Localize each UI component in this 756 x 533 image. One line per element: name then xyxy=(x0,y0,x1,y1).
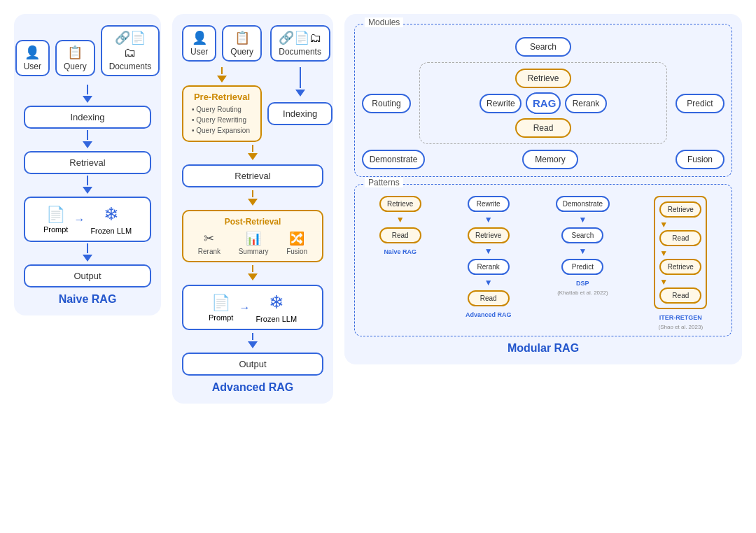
naive-llm-row: 📄 Prompt → ❄ Frozen LLM xyxy=(24,197,151,242)
dsp-arrow-2: ▼ xyxy=(578,246,587,256)
rewrite-label: Rewrite xyxy=(486,99,515,108)
naive-output-box: Output xyxy=(24,264,151,287)
adv-post-icons: ✂ Rerank 📊 Summary 🔀 Fusion xyxy=(189,231,316,255)
arrow-head xyxy=(217,76,227,83)
modules-top-row: Search xyxy=(362,37,724,57)
arrow-line xyxy=(87,176,88,185)
adv-retrieval-box: Retrieval xyxy=(182,164,323,187)
predict-module: Predict xyxy=(676,94,724,113)
adv-docs-icon: 🔗📄🗂 xyxy=(279,30,322,45)
query-icon: 📋 xyxy=(67,45,83,60)
dsp-predict-label: Predict xyxy=(572,263,594,271)
arrow-head xyxy=(248,153,258,160)
rag-middle-row: Rewrite RAG Rerank xyxy=(479,92,607,114)
advanced-rag-panel: 👤 User 📋 Query Pre-Retrieval • Query Rou… xyxy=(172,14,333,404)
predict-label: Predict xyxy=(687,99,713,108)
naive-read-label: Read xyxy=(392,232,409,239)
retrieve-module: Retrieve xyxy=(515,69,571,88)
patterns-label: Patterns xyxy=(365,178,403,187)
iter-sublabel: (Shao et al. 2023) xyxy=(658,324,703,330)
demonstrate-label: Demonstrate xyxy=(370,155,418,164)
iter-retrieve2-box: Retrieve xyxy=(659,259,701,275)
adv-frozen-llm-label: Frozen LLM xyxy=(255,315,297,323)
arrow-head xyxy=(248,273,258,280)
dsp-arrow-1: ▼ xyxy=(578,215,587,225)
adv-snowflake-icon: ❄ xyxy=(269,292,284,313)
adv-p-retrieve-box: Retrieve xyxy=(468,227,510,243)
adv-user-box: 👤 User xyxy=(182,25,216,62)
prompt-icon: 📄 xyxy=(46,206,65,224)
demonstrate-module: Demonstrate xyxy=(362,150,425,169)
routing-label: Routing xyxy=(372,99,400,108)
user-icon: 👤 xyxy=(24,45,40,60)
adv-summary-item: 📊 Summary xyxy=(239,231,269,255)
adv-input-split: 👤 User 📋 Query Pre-Retrieval • Query Rou… xyxy=(182,25,323,142)
search-module: Search xyxy=(515,37,571,57)
iter-arrow-3: ▼ xyxy=(659,277,668,287)
adv-output-label: Output xyxy=(239,359,266,369)
adv-retrieval-label: Retrieval xyxy=(234,171,270,181)
iter-read1-box: Read xyxy=(659,230,701,246)
naive-rag-panel: 👤 User 📋 Query 🔗📄🗂 Documents Indexing xyxy=(14,14,161,315)
documents-icon: 🔗📄🗂 xyxy=(109,30,152,60)
arrow-head xyxy=(83,187,92,194)
naive-retrieval-box: Retrieval xyxy=(24,151,151,174)
adv-documents-box: 🔗📄🗂 Documents xyxy=(270,25,330,62)
dsp-pattern-col: Demonstrate ▼ Search ▼ Predict DSP (Khat… xyxy=(556,196,610,330)
naive-user-label: User xyxy=(24,62,41,71)
naive-pattern-col: Retrieve ▼ Read Naive RAG xyxy=(379,196,421,330)
adv-prompt-label: Prompt xyxy=(209,313,233,322)
adv-pre-bullet-2: • Query Rewriting xyxy=(192,115,252,125)
adv-user-label: User xyxy=(190,47,208,57)
adv-summary-icon: 📊 xyxy=(246,231,261,246)
retrieve-label: Retrieve xyxy=(528,73,559,83)
arrow-head xyxy=(248,199,258,206)
naive-panel-title: Naive RAG xyxy=(59,293,117,306)
iter-loop-box: Retrieve ▼ Read ▼ Retrieve ▼ Read xyxy=(654,196,707,309)
adv-p-rerank-label: Rerank xyxy=(477,263,500,271)
naive-retrieval-label: Retrieval xyxy=(69,157,105,168)
adv-rerank-icon: ✂ xyxy=(204,231,214,246)
adv-rewrite-label: Rewrite xyxy=(477,200,500,208)
naive-user-box: 👤 User xyxy=(15,40,50,76)
naive-arrow-4 xyxy=(83,243,92,263)
adv-p-arrow-2: ▼ xyxy=(484,246,493,256)
adv-post-retrieval-box: Post-Retrieval ✂ Rerank 📊 Summary 🔀 Fusi… xyxy=(182,210,323,262)
naive-arrow-1 xyxy=(83,85,92,104)
read-label: Read xyxy=(533,123,554,133)
dsp-demonstrate-box: Demonstrate xyxy=(556,196,610,212)
adv-indexing-label: Indexing xyxy=(283,108,317,119)
adv-query-box: 📋 Query xyxy=(222,25,262,62)
arrow-line xyxy=(300,67,301,88)
iter-pattern-label: ITER-RETGEN xyxy=(659,314,702,321)
adv-arrow-2 xyxy=(248,145,258,162)
dsp-pattern-label: DSP xyxy=(576,280,589,287)
adv-arrow-pre xyxy=(217,67,227,84)
naive-pattern-label: Naive RAG xyxy=(384,248,416,255)
adv-arrow-3 xyxy=(248,190,258,207)
adv-documents-label: Documents xyxy=(279,47,321,57)
adv-input-row: 👤 User 📋 Query xyxy=(182,25,262,62)
adv-arrow-idx xyxy=(295,67,305,98)
dsp-predict-box: Predict xyxy=(561,259,603,275)
adv-summary-label: Summary xyxy=(239,248,269,255)
advanced-pattern-col: Rewrite ▼ Retrieve ▼ Rerank ▼ Read Advan… xyxy=(465,196,512,330)
adv-pre-bullet-3: • Query Expansion xyxy=(192,125,252,136)
modules-label: Modules xyxy=(365,17,403,27)
read-module: Read xyxy=(515,118,571,138)
naive-read-box: Read xyxy=(379,227,421,243)
arrow-line xyxy=(252,190,253,197)
naive-prompt-label: Prompt xyxy=(43,225,68,234)
iter-read2-label: Read xyxy=(672,292,689,299)
patterns-section: Patterns Retrieve ▼ Read Naive RAG xyxy=(354,184,732,336)
rerank-label: Rerank xyxy=(573,99,600,108)
naive-arrow-1: ▼ xyxy=(396,215,405,225)
naive-arrow-2 xyxy=(83,130,92,150)
arrow-line xyxy=(252,333,253,340)
adv-query-icon: 📋 xyxy=(234,30,250,45)
search-label: Search xyxy=(530,42,556,52)
main-container: 👤 User 📋 Query 🔗📄🗂 Documents Indexing xyxy=(14,14,742,519)
iter-retrieve1-label: Retrieve xyxy=(668,206,694,213)
adv-indexing-box: Indexing xyxy=(267,102,332,125)
adv-pre-retrieval-title: Pre-Retrieval xyxy=(192,92,252,102)
